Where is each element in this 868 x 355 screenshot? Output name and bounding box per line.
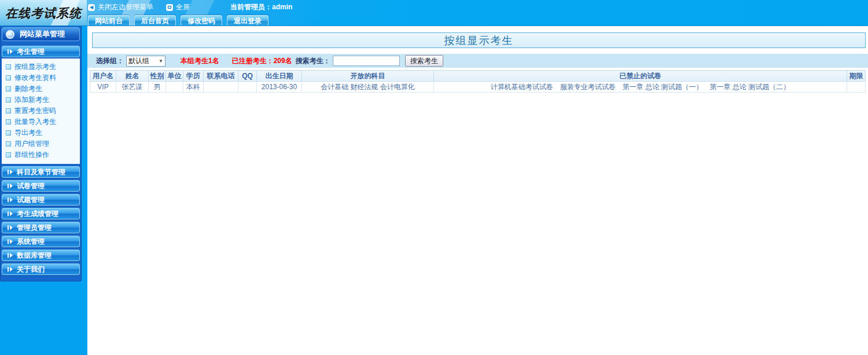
table-cell [847, 82, 866, 93]
globe-icon [6, 30, 14, 39]
sidebar-item-label: 批量导入考生 [14, 117, 56, 127]
column-header: 学历 [183, 71, 204, 82]
play-icon [8, 225, 13, 230]
table-cell: 会计基础 财经法规 会计电算化 [302, 82, 434, 93]
dropdown-arrow-icon: ▼ [159, 58, 163, 64]
table-cell: 2013-06-30 [257, 82, 302, 93]
sidebar-section-label: 关于我们 [17, 265, 45, 275]
sidebar-section-score-mgmt[interactable]: 考生成绩管理 [2, 208, 80, 219]
page-title-bar: 按组显示考生 [92, 32, 866, 48]
sidebar-item-label: 修改考生资料 [14, 73, 56, 83]
registered-count-text: 已注册考生：209名 [232, 56, 292, 66]
list-square-icon [6, 86, 11, 92]
search-input[interactable] [333, 56, 400, 66]
sidebar-section-about-us[interactable]: 关于我们 [2, 263, 80, 275]
play-icon [8, 239, 13, 244]
column-header: 联系电话 [204, 71, 238, 82]
sidebar-section-label: 数据库管理 [17, 251, 52, 261]
sidebar-item-add-new-student[interactable]: 添加新考生 [6, 94, 80, 105]
sidebar-item-show-by-group[interactable]: 按组显示考生 [6, 61, 80, 72]
column-header: 用户名 [90, 71, 116, 82]
close-left-menu-label: 关闭左边管理菜单 [98, 2, 153, 12]
sidebar-section-label: 科目及章节管理 [17, 167, 65, 177]
table-cell [204, 82, 238, 93]
sidebar-item-label: 群组性操作 [14, 150, 49, 160]
fullscreen-label: 全屏 [176, 2, 190, 12]
column-header: 开放的科目 [302, 71, 434, 82]
sidebar-section-label: 系统管理 [17, 237, 45, 247]
tab-logout[interactable]: 退出登录 [227, 15, 269, 26]
table-cell [166, 82, 183, 93]
column-header: 期限 [847, 71, 866, 82]
play-icon [8, 197, 13, 202]
play-icon [8, 184, 13, 188]
search-button[interactable]: 搜索考生 [405, 55, 443, 67]
list-square-icon [6, 64, 11, 69]
sidebar-section-student-mgmt[interactable]: 考生管理 [2, 46, 80, 57]
top-menu: ◀ 关闭左边管理菜单 全屏 当前管理员：admin [88, 3, 292, 12]
current-admin-label: 当前管理员：admin [230, 2, 292, 12]
main-content: 按组显示考生 选择组： 默认组 ▼ 本组考生1名 已注册考生：209名 搜索考生… [87, 26, 868, 355]
sidebar-section-label: 考生成绩管理 [17, 209, 58, 219]
sidebar-section-system-mgmt[interactable]: 系统管理 [2, 236, 80, 247]
sidebar-section-question-mgmt[interactable]: 试题管理 [2, 194, 80, 206]
sidebar-section-label: 试题管理 [17, 195, 45, 205]
sidebar-item-group-operations[interactable]: 群组性操作 [6, 149, 80, 160]
group-select[interactable]: 默认组 ▼ [126, 56, 165, 67]
sidebar-panel: 网站菜单管理 考生管理按组显示考生修改考生资料删除考生添加新考生重置考生密码批量… [0, 26, 82, 281]
app-title: 在线考试系统 [5, 5, 82, 21]
play-icon [8, 170, 13, 174]
table-cell [238, 82, 257, 93]
fullscreen-button[interactable]: 全屏 [166, 2, 190, 12]
tab-site-front[interactable]: 网站前台 [88, 15, 130, 26]
table-cell: 本科 [183, 82, 204, 93]
sidebar-item-delete-student[interactable]: 删除考生 [6, 83, 80, 94]
sidebar-header-label: 网站菜单管理 [20, 29, 65, 39]
sidebar-item-label: 导出考生 [14, 128, 42, 138]
sidebar-item-label: 删除考生 [14, 84, 42, 94]
table-cell: 张艺谋 [116, 82, 149, 93]
search-label: 搜索考生： [296, 56, 330, 66]
sidebar-section-label: 管理员管理 [17, 223, 52, 233]
sidebar-section-admin-mgmt[interactable]: 管理员管理 [2, 222, 80, 233]
sidebar: 网站菜单管理 考生管理按组显示考生修改考生资料删除考生添加新考生重置考生密码批量… [0, 26, 87, 355]
list-square-icon [6, 97, 11, 103]
table-cell: 计算机基础考试试卷 服装专业考试试卷 第一章 总论 测试题（一） 第一章 总论 … [434, 82, 847, 93]
sidebar-item-batch-import-students[interactable]: 批量导入考生 [6, 116, 80, 127]
list-square-icon [6, 141, 11, 147]
table-cell: 男 [149, 82, 166, 93]
play-icon [8, 253, 13, 258]
fullscreen-icon [166, 4, 173, 11]
tab-bar: 网站前台后台首页修改密码退出登录 [88, 15, 269, 26]
sidebar-section-subject-chapter-mgmt[interactable]: 科目及章节管理 [2, 166, 80, 178]
table-cell: VIP [90, 82, 116, 93]
tab-change-password[interactable]: 修改密码 [181, 15, 222, 26]
sidebar-section-label: 试卷管理 [17, 181, 45, 191]
play-icon [8, 267, 13, 272]
sidebar-item-label: 用户组管理 [14, 139, 49, 149]
play-icon [8, 211, 13, 216]
top-banner: 在线考试系统 ◀ 关闭左边管理菜单 全屏 当前管理员：admin 网站前台后台首… [0, 0, 868, 26]
sidebar-section-paper-mgmt[interactable]: 试卷管理 [2, 180, 80, 192]
table-header-row: 用户名姓名性别单位学历联系电话QQ出生日期开放的科目已禁止的试卷期限 [90, 71, 866, 82]
list-square-icon [6, 119, 11, 125]
table-body: VIP张艺谋男 本科 2013-06-30会计基础 财经法规 会计电算化计算机基… [90, 82, 866, 93]
column-header: 单位 [166, 71, 183, 82]
sidebar-item-export-students[interactable]: 导出考生 [6, 127, 80, 138]
list-square-icon [6, 108, 11, 114]
collapse-left-icon: ◀ [88, 4, 95, 11]
list-square-icon [6, 130, 11, 136]
sidebar-item-edit-student-info[interactable]: 修改考生资料 [6, 72, 80, 83]
list-square-icon [6, 75, 11, 80]
column-header: 性别 [149, 71, 166, 82]
sidebar-section-database-mgmt[interactable]: 数据库管理 [2, 250, 80, 261]
column-header: 姓名 [116, 71, 149, 82]
close-left-menu-button[interactable]: ◀ 关闭左边管理菜单 [88, 2, 153, 12]
sidebar-item-reset-student-password[interactable]: 重置考生密码 [6, 105, 80, 116]
table-row: VIP张艺谋男 本科 2013-06-30会计基础 财经法规 会计电算化计算机基… [90, 82, 866, 93]
page-title: 按组显示考生 [444, 34, 514, 47]
group-select-label: 选择组： [96, 56, 124, 66]
sidebar-item-user-group-mgmt[interactable]: 用户组管理 [6, 138, 80, 149]
tab-admin-home[interactable]: 后台首页 [134, 15, 176, 26]
logo: 在线考试系统 [0, 0, 87, 26]
